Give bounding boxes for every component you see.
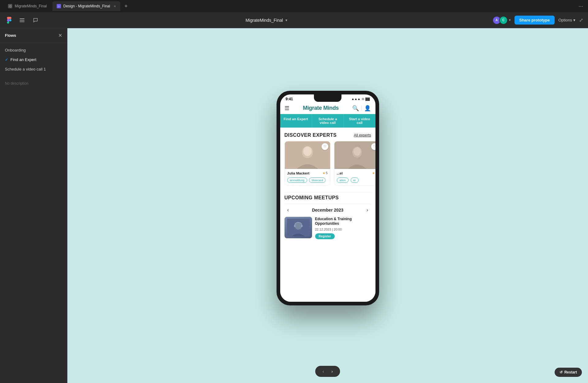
discover-section-header: DISCOVER EXPERTS All experts: [280, 128, 375, 141]
browser-more-button[interactable]: ···: [577, 2, 584, 11]
phone-status-icons: ▲▲▲ ⊙ ▓▓: [351, 97, 370, 101]
expert-2-tags: ation er: [337, 177, 375, 183]
expert-1-tag-2[interactable]: bluecard: [309, 178, 326, 183]
expert-card-1[interactable]: ♡ Julia Mackert ★ 5: [285, 141, 330, 186]
meetup-card-image: ▷: [285, 217, 312, 238]
expert-2-tag-2[interactable]: er: [351, 178, 359, 183]
next-month-button[interactable]: ›: [364, 206, 371, 214]
expert-2-name-row: ...el ★ 5: [337, 171, 375, 175]
search-icon[interactable]: 🔍: [352, 105, 359, 112]
project-title-chevron[interactable]: ▾: [285, 18, 287, 22]
close-panel-icon[interactable]: ✕: [58, 33, 62, 38]
flow-item-schedule[interactable]: Schedule a video call 1: [0, 64, 67, 74]
browser-tab-1[interactable]: ⬡ MigrateMinds_Final: [4, 1, 51, 11]
svg-point-5: [303, 146, 312, 156]
toolbar-center: MigrateMinds_Final ▾: [44, 18, 489, 23]
section-divider: [285, 192, 371, 193]
prototype-prev-button[interactable]: ‹: [320, 368, 326, 374]
app-toolbar: MigrateMinds_Final ▾ A C ▾ Share prototy…: [0, 12, 588, 28]
meetups-divider: [285, 204, 371, 204]
battery-icon: ▓▓: [365, 97, 370, 101]
flow-item-onboarding[interactable]: Onboarding: [0, 45, 67, 55]
current-month-label: December 2023: [312, 208, 344, 213]
expert-card-2[interactable]: ♡ ...el ★ 5: [334, 141, 375, 186]
share-prototype-button[interactable]: Share prototype: [514, 16, 555, 25]
expert-1-heart-button[interactable]: ♡: [322, 143, 328, 150]
new-tab-button[interactable]: +: [122, 2, 130, 10]
app-logo: Migrate Minds: [303, 105, 339, 111]
meetup-event-title: Education & Training Opportunities: [315, 217, 371, 226]
meetup-event-date: 22.12.2023 | 20:00: [315, 228, 371, 231]
nav-tab-schedule[interactable]: Schedule a video call: [312, 114, 344, 128]
wifi-icon: ⊙: [362, 97, 364, 101]
left-panel: Flows ✕ Onboarding ✓ Find an Expert Sche…: [0, 28, 67, 383]
avatar-2: C: [499, 16, 508, 25]
header-divider: [361, 105, 362, 111]
restart-icon: ↺: [560, 370, 563, 374]
options-button[interactable]: Options ▾: [558, 18, 575, 22]
meetups-section: UPCOMING MEETUPS ‹ December 2023 ›: [280, 186, 375, 239]
expert-2-photo: [334, 141, 375, 169]
browser-tab-2[interactable]: ▷ Design - MigrateMinds_Final ✕: [52, 1, 121, 11]
svg-rect-0: [20, 18, 24, 19]
discover-title: DISCOVER EXPERTS: [285, 132, 337, 138]
header-icons: 🔍 👤: [352, 105, 371, 112]
phone-notch: [314, 94, 341, 102]
flow-find-expert-label: Find an Expert: [10, 57, 36, 62]
hamburger-menu-icon[interactable]: ☰: [285, 105, 289, 112]
prototype-nav-controls: ‹ ›: [315, 366, 340, 377]
fullscreen-icon[interactable]: ⤢: [579, 17, 583, 23]
svg-rect-11: [294, 225, 295, 227]
expert-2-tag-1[interactable]: ation: [337, 178, 349, 183]
prototype-next-button[interactable]: ›: [329, 368, 335, 374]
meetup-card-1[interactable]: ▷ Education & Training Opportunities 22.…: [285, 217, 371, 239]
canvas-area: 9:41 ▲▲▲ ⊙ ▓▓ ☰ Migrate Minds 🔍 👤: [67, 28, 588, 383]
expert-1-rating: ★ 5: [322, 171, 328, 175]
meetup-register-button[interactable]: Register: [315, 233, 335, 239]
expert-card-1-image: ♡: [285, 141, 330, 169]
meetup-person-photo: [285, 217, 312, 238]
app-header: ☰ Migrate Minds 🔍 👤: [280, 102, 375, 114]
main-layout: Flows ✕ Onboarding ✓ Find an Expert Sche…: [0, 28, 588, 383]
phone-mockup: 9:41 ▲▲▲ ⊙ ▓▓ ☰ Migrate Minds 🔍 👤: [277, 91, 379, 305]
tab1-label: MigrateMinds_Final: [15, 4, 47, 8]
svg-rect-1: [20, 20, 24, 21]
avatar-group-chevron[interactable]: ▾: [509, 18, 511, 22]
meetup-card-info: Education & Training Opportunities 22.12…: [315, 217, 371, 239]
layers-icon[interactable]: [17, 15, 27, 25]
tab1-favicon: ⬡: [8, 4, 12, 8]
panel-header: Flows ✕: [0, 28, 67, 43]
svg-rect-2: [20, 21, 24, 22]
expert-1-info: Julia Mackert ★ 5 anmeldung bluecard: [285, 169, 330, 185]
expert-1-name-row: Julia Mackert ★ 5: [287, 171, 328, 175]
tab2-favicon: ▷: [57, 4, 61, 8]
svg-rect-12: [301, 225, 303, 227]
all-experts-link[interactable]: All experts: [354, 133, 371, 137]
expert-2-info: ...el ★ 5 ation er: [334, 169, 375, 185]
flow-item-find-expert[interactable]: ✓ Find an Expert: [0, 55, 67, 64]
meetups-title: UPCOMING MEETUPS: [285, 195, 371, 201]
chat-icon[interactable]: [31, 15, 40, 25]
avatar-group: A C ▾: [492, 16, 511, 25]
restart-label: Restart: [564, 370, 577, 374]
expert-cards-container: ♡ Julia Mackert ★ 5: [280, 141, 375, 186]
no-description-text: No description: [0, 76, 67, 90]
tab2-label: Design - MigrateMinds_Final: [63, 4, 110, 8]
expert-card-2-image: ♡: [334, 141, 375, 169]
tab2-close-icon[interactable]: ✕: [114, 5, 116, 8]
signal-icon: ▲▲▲: [351, 97, 360, 101]
restart-button[interactable]: ↺ Restart: [555, 368, 582, 377]
prev-month-button[interactable]: ‹: [285, 206, 292, 214]
expert-1-name: Julia Mackert: [287, 171, 310, 175]
profile-icon[interactable]: 👤: [364, 105, 371, 112]
nav-tab-start[interactable]: Start a video call: [344, 114, 375, 128]
expert-1-tag-1[interactable]: anmeldung: [287, 178, 307, 183]
project-title[interactable]: MigrateMinds_Final: [246, 18, 283, 23]
tab-bar: ⬡ MigrateMinds_Final ▷ Design - MigrateM…: [4, 1, 575, 11]
expert-1-tags: anmeldung bluecard: [287, 177, 328, 183]
nav-tab-find-expert[interactable]: Find an Expert: [280, 114, 312, 128]
app-content: DISCOVER EXPERTS All experts: [280, 128, 375, 302]
phone-time: 9:41: [286, 97, 293, 101]
expert-2-rating: ★ 5: [372, 171, 375, 175]
figma-logo: [5, 16, 13, 25]
